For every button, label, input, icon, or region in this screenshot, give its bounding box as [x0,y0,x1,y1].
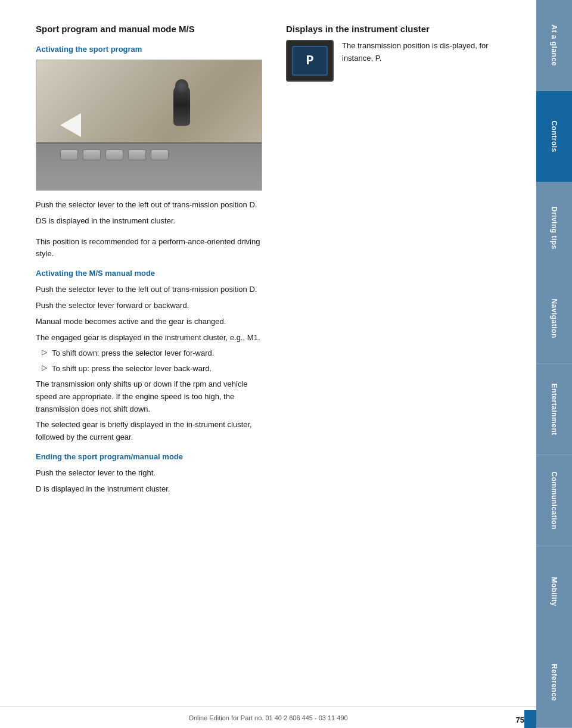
page-title: Sport program and manual mode M/S [36,24,268,34]
gear-shift-image [36,60,262,191]
right-section-heading: Displays in the instrument cluster [286,24,518,34]
sidebar-item-communication[interactable]: Communication [536,455,572,546]
section2-para3: Manual mode becomes active and the gear … [36,316,268,328]
bullet-arrow-2: ▷ [42,363,47,375]
instrument-display-image: P [286,40,334,82]
sidebar-label-communication: Communication [550,472,558,530]
sidebar-label-driving-tips: Driving tips [550,206,558,249]
footer-text: Online Edition for Part no. 01 40 2 606 … [188,714,347,721]
sidebar-item-controls[interactable]: Controls [536,91,572,182]
sidebar-item-mobility[interactable]: Mobility [536,546,572,637]
page-number: 75 [516,715,524,724]
bullet-text-2: To shift up: press the selector lever ba… [52,363,212,375]
sidebar-item-reference[interactable]: Reference [536,637,572,728]
sidebar-item-driving-tips[interactable]: Driving tips [536,182,572,273]
section3-heading: Ending the sport program/manual mode [36,452,268,461]
bullet-item-1: ▷ To shift down: press the selector leve… [36,347,268,360]
section2-para4: The engaged gear is displayed in the ins… [36,332,268,344]
display-section: P The transmission position is dis-playe… [286,40,518,85]
sidebar-item-navigation[interactable]: Navigation [536,273,572,364]
section1-para1: Push the selector lever to the left out … [36,199,268,211]
section1-heading: Activating the sport program [36,45,268,54]
sidebar-item-at-glance[interactable]: At a glance [536,0,572,91]
display-p-symbol: P [306,54,313,69]
section1-para3: This position is recommended for a perfo… [36,236,268,261]
page-marker [524,710,536,728]
sidebar: At a glance Controls Driving tips Naviga… [536,0,572,728]
section2-para6: The selected gear is briefly displayed i… [36,419,268,444]
section2-para5: The transmission only shifts up or down … [36,378,268,415]
sidebar-label-controls: Controls [550,120,558,152]
sidebar-label-reference: Reference [550,664,558,701]
display-screen: P [292,46,328,76]
sidebar-label-at-glance: At a glance [550,25,558,67]
section3-para1: Push the selector lever to the right. [36,467,268,480]
sidebar-label-entertainment: Entertainment [550,384,558,435]
bullet-item-2: ▷ To shift up: press the selector lever … [36,363,268,375]
bullet-arrow-1: ▷ [42,348,47,360]
bullet-text-1: To shift down: press the selector lever … [52,347,214,360]
section2-para1: Push the selector lever to the left out … [36,284,268,296]
sidebar-label-mobility: Mobility [550,577,558,606]
page-footer: Online Edition for Part no. 01 40 2 606 … [0,707,536,728]
section2-para2: Push the selector lever forward or backw… [36,300,268,312]
section2-heading: Activating the M/S manual mode [36,269,268,278]
sidebar-label-navigation: Navigation [550,298,558,338]
section1-para2: DS is displayed in the instrument cluste… [36,215,268,228]
sidebar-item-entertainment[interactable]: Entertainment [536,364,572,455]
section3-para2: D is displayed in the instrument cluster… [36,483,268,496]
